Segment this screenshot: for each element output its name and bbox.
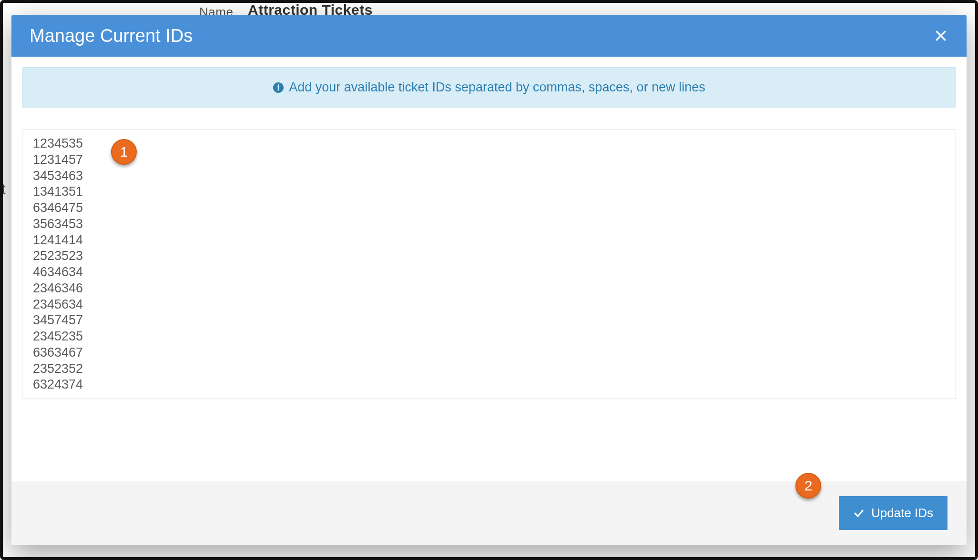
modal-header: Manage Current IDs bbox=[11, 15, 967, 57]
check-icon bbox=[853, 508, 865, 519]
svg-text:i: i bbox=[277, 83, 280, 92]
manage-ids-modal: Manage Current IDs i Add your available … bbox=[11, 15, 967, 545]
modal-title: Manage Current IDs bbox=[30, 26, 193, 46]
modal-body: i Add your available ticket IDs separate… bbox=[11, 57, 967, 459]
update-ids-button-label: Update IDs bbox=[871, 506, 933, 520]
close-icon bbox=[935, 30, 947, 42]
background-side-text: vi bbox=[0, 138, 4, 154]
info-icon: i bbox=[273, 82, 284, 93]
update-ids-button[interactable]: Update IDs bbox=[839, 496, 947, 530]
modal-footer: Update IDs bbox=[11, 480, 967, 545]
ids-textarea[interactable] bbox=[22, 130, 956, 399]
info-banner: i Add your available ticket IDs separate… bbox=[22, 67, 956, 108]
info-banner-text: Add your available ticket IDs separated … bbox=[289, 80, 705, 95]
annotation-callout-2: 2 bbox=[795, 473, 821, 499]
ids-textarea-wrap: 1 bbox=[22, 130, 956, 459]
background-side-text: at bbox=[0, 181, 6, 197]
close-button[interactable] bbox=[931, 26, 950, 45]
annotation-callout-1: 1 bbox=[111, 139, 137, 165]
background-side-text: s bbox=[0, 210, 1, 226]
background-side-text: s bbox=[0, 105, 1, 121]
